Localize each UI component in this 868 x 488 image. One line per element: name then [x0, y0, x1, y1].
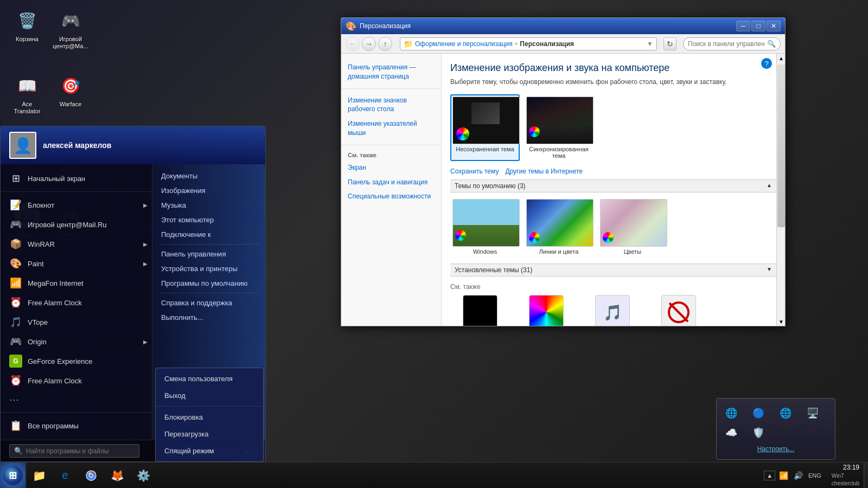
desktop-icon-gameclub[interactable]: 🎮 Игровойцентр@Ма... — [49, 5, 92, 52]
clock-time: 23:19 — [843, 463, 859, 472]
help-button[interactable]: ? — [761, 58, 772, 69]
sidebar-link-screen[interactable]: Экран — [341, 160, 441, 175]
sm-item-alarm2[interactable]: ⏰ Free Alarm Clock — [1, 371, 152, 390]
scrollbar-thumb[interactable] — [777, 65, 785, 227]
sm-item-gameclub[interactable]: 🎮 Игровой центр@Mail.Ru — [1, 215, 152, 234]
sm-item-megafon[interactable]: 📶 MegaFon Internet — [1, 273, 152, 293]
show-desktop-button[interactable] — [864, 463, 868, 489]
svg-point-7 — [90, 474, 93, 477]
sidebar-link-icons[interactable]: Изменение значков рабочего стола — [341, 93, 441, 117]
taskbar-clock[interactable]: 23:19 Win7chesterclub — [827, 463, 864, 487]
theme-flowers[interactable]: Цветы — [598, 197, 667, 257]
tray-icon-6[interactable]: 🛡️ — [750, 425, 767, 441]
tray-icon-1[interactable]: 🌐 — [723, 405, 739, 421]
shutdown-lock[interactable]: Блокировка — [156, 409, 263, 426]
shutdown-sleep[interactable]: Спящий режим — [156, 442, 263, 459]
sidebar-link-cursor[interactable]: Изменение указателей мыши — [341, 117, 441, 140]
address-dropdown-icon[interactable]: ▼ — [647, 40, 653, 48]
search-box[interactable]: 🔍 — [683, 37, 781, 50]
theme-lines[interactable]: Линии и цвета — [524, 197, 593, 257]
taskbar-item-firefox[interactable]: 🦊 — [105, 465, 129, 486]
sm-item-start-screen[interactable]: ⊞ Начальный экран — [1, 169, 152, 188]
sm-right-computer[interactable]: Этот компьютер — [152, 213, 265, 227]
window-title-area: 🎨 Персонализация — [346, 21, 736, 31]
start-button[interactable]: ⊞ — [0, 463, 26, 489]
taskbar-items: 📁 e 🦊 — [26, 463, 760, 488]
sm-right-run[interactable]: Выполнить... — [152, 310, 265, 325]
origin-arrow-icon: ▶ — [143, 339, 148, 345]
search-input[interactable] — [688, 40, 765, 48]
tray-expand-btn[interactable]: ▲ — [764, 471, 775, 480]
sidebar-link-access[interactable]: Специальные возможности — [341, 189, 441, 204]
sm-right-images[interactable]: Изображения — [152, 183, 265, 198]
sm-item-geforce2[interactable]: G GeForce Experience — [1, 351, 152, 371]
bottom-sounds[interactable]: 🎵 Звуки По умолчанию — [583, 295, 642, 326]
tray-icon-5[interactable]: ☁️ — [723, 425, 739, 441]
sm-winrar-label: WinRAR — [28, 240, 55, 248]
scroll-up-button[interactable]: ▲ — [777, 54, 785, 62]
shutdown-switch-user[interactable]: Смена пользователя — [156, 370, 263, 387]
desktop-icon-ace[interactable]: 📖 AceTranslator — [5, 70, 49, 117]
sm-right-music[interactable]: Музыка — [152, 198, 265, 213]
minimize-button[interactable]: ─ — [736, 21, 750, 31]
notepad-icon: 📝 — [9, 198, 22, 211]
forward-button[interactable]: → — [362, 37, 376, 51]
taskbar-item-ie[interactable]: e — [53, 465, 77, 486]
sm-item-winrar[interactable]: 📦 WinRAR ▶ — [1, 234, 152, 254]
close-button[interactable]: ✕ — [767, 21, 781, 31]
save-theme-link[interactable]: Сохранить тему — [450, 168, 499, 175]
desktop-icon-recycle[interactable]: 🗑️ Корзина — [5, 5, 49, 45]
tray-network-icon[interactable]: 📶 — [777, 470, 790, 481]
sm-search-box[interactable]: 🔍 — [9, 444, 139, 458]
tray-battery-icon[interactable]: ENG — [807, 471, 823, 480]
user-avatar[interactable]: 👤 — [9, 132, 36, 159]
tray-customize-link[interactable]: Настроить... — [723, 445, 828, 453]
sm-item-notepad[interactable]: 📝 Блокнот ▶ — [1, 195, 152, 215]
sidebar-link-home[interactable]: Панель управления —домашняя страница — [341, 60, 441, 84]
sidebar-link-taskbar[interactable]: Панель задач и навигация — [341, 175, 441, 190]
sm-search-input[interactable] — [26, 447, 135, 455]
sm-item-paint[interactable]: 🎨 Paint ▶ — [1, 254, 152, 273]
bottom-background[interactable]: Фон рабочего стола Hive — [450, 295, 510, 326]
sidebar-divider-2 — [341, 145, 441, 145]
sm-search-icon: 🔍 — [14, 447, 23, 455]
sidebar-divider-1 — [341, 88, 441, 89]
sm-right-help[interactable]: Справка и поддержка — [152, 296, 265, 310]
theme-synced[interactable]: Синхронизированнаятема — [524, 94, 593, 161]
sm-item-all-programs[interactable]: 📋 Все программы — [1, 416, 152, 435]
section-default[interactable]: Темы по умолчанию (3) ▲ — [450, 179, 776, 192]
sm-right-documents[interactable]: Документы — [152, 169, 265, 183]
sm-item-alarm1[interactable]: ⏰ Free Alarm Clock — [1, 293, 152, 312]
desktop-icon-warface[interactable]: 🎯 Warface — [49, 70, 92, 110]
maximize-button[interactable]: □ — [751, 21, 765, 31]
taskbar-item-chrome[interactable] — [79, 465, 103, 486]
taskbar-item-explorer[interactable]: 📁 — [27, 465, 51, 486]
theme-synced-thumbnail — [526, 97, 593, 144]
section-installed[interactable]: Установленные темы (31) ▼ — [450, 264, 776, 277]
sm-right-connect[interactable]: Подключение к — [152, 227, 265, 242]
tray-icon-2[interactable]: 🔵 — [750, 405, 767, 421]
sm-right-devices[interactable]: Устройства и принтеры — [152, 261, 265, 276]
bottom-color[interactable]: Цвет Автоматически — [516, 295, 576, 326]
address-bar[interactable]: 📁 Оформление и персонализация » Персонал… — [400, 37, 657, 50]
bottom-screensaver[interactable]: Заставка Отсутствует — [649, 295, 709, 326]
sm-item-vtope[interactable]: 🎵 VTope — [1, 312, 152, 332]
other-themes-link[interactable]: Другие темы в Интернете — [505, 168, 583, 175]
up-button[interactable]: ↑ — [378, 37, 392, 51]
shutdown-logout[interactable]: Выход — [156, 387, 263, 404]
theme-unsaved[interactable]: Несохраненная тема — [450, 94, 520, 161]
sm-item-origin[interactable]: 🎮 Origin ▶ — [1, 332, 152, 351]
breadcrumb-panel[interactable]: Оформление и персонализация — [415, 40, 513, 48]
also-section-label: См. также — [450, 283, 776, 291]
taskbar-item-settings[interactable]: ⚙️ — [131, 465, 155, 486]
sm-right-control[interactable]: Панель управления — [152, 247, 265, 261]
theme-windows[interactable]: Windows — [450, 197, 520, 257]
sm-right-defaults[interactable]: Программы по умолчанию — [152, 276, 265, 291]
tray-volume-icon[interactable]: 🔊 — [792, 470, 805, 481]
tray-icon-4[interactable]: 🖥️ — [805, 405, 821, 421]
refresh-button[interactable]: ↻ — [663, 37, 676, 50]
shutdown-restart[interactable]: Перезагрузка — [156, 426, 263, 442]
back-button[interactable]: ← — [346, 37, 360, 51]
tray-icon-3[interactable]: 🌐 — [777, 405, 794, 421]
scroll-down-button[interactable]: ▼ — [777, 317, 785, 326]
